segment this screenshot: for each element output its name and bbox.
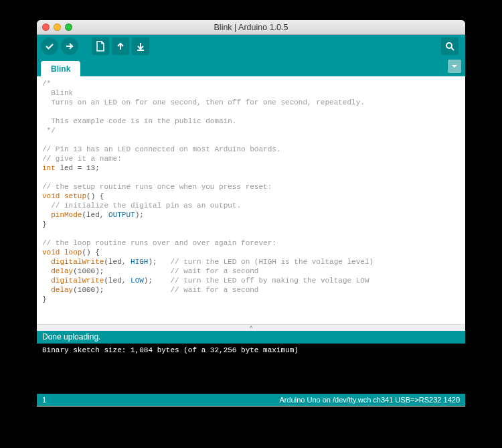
code-com: // turn the LED off by making the voltag…	[170, 277, 369, 285]
open-sketch-button[interactable]	[112, 38, 129, 55]
code-fn: delay	[51, 267, 73, 275]
code-line: Blink	[42, 89, 73, 97]
verify-button[interactable]	[41, 38, 58, 55]
check-icon	[44, 41, 55, 52]
code-text: (led,	[104, 258, 131, 266]
code-line: /*	[42, 80, 51, 88]
console-line: Binary sketch size: 1,084 bytes (of a 32…	[42, 346, 460, 354]
code-const: OUTPUT	[108, 211, 135, 219]
code-line: // the setup routine runs once when you …	[42, 183, 272, 191]
code-text: (led,	[104, 277, 131, 285]
output-console[interactable]: Binary sketch size: 1,084 bytes (of a 32…	[37, 344, 465, 394]
svg-point-0	[446, 43, 452, 48]
zoom-window-button[interactable]	[65, 23, 72, 31]
code-text	[42, 286, 51, 294]
code-kw: void	[42, 192, 60, 200]
code-text	[42, 277, 51, 285]
code-text: () {	[86, 192, 104, 200]
code-line: // give it a name:	[42, 155, 122, 163]
code-line: */	[42, 127, 56, 135]
footer-bar: 1 Arduino Uno on /dev/tty.wch ch341 USB=…	[37, 394, 465, 406]
save-sketch-button[interactable]	[132, 38, 149, 55]
code-line: }	[42, 220, 47, 228]
code-line: }	[42, 295, 47, 303]
code-line: // initialize the digital pin as an outp…	[42, 202, 241, 210]
status-bar: Done uploading.	[37, 331, 465, 344]
code-kw: void	[42, 248, 60, 256]
code-text: (1000);	[73, 267, 170, 275]
code-line	[42, 108, 47, 116]
code-const: LOW	[131, 277, 144, 285]
code-line: // the loop routine runs over and over a…	[42, 239, 276, 247]
code-fn: setup	[64, 192, 86, 200]
toolbar	[37, 35, 465, 58]
tab-bar: Blink	[37, 58, 465, 76]
code-line	[42, 136, 47, 144]
minimize-window-button[interactable]	[54, 23, 61, 31]
new-sketch-button[interactable]	[92, 38, 109, 55]
code-fn: digitalWrite	[51, 258, 104, 266]
code-fn: digitalWrite	[51, 277, 104, 285]
titlebar: Blink | Arduino 1.0.5	[37, 20, 465, 35]
code-text	[42, 267, 51, 275]
arrow-down-icon	[136, 41, 145, 52]
code-line: Turns on an LED on for one second, then …	[42, 98, 365, 106]
arduino-window: Blink | Arduino 1.0.5 Blink /* Blink Tur…	[37, 20, 465, 406]
code-text	[42, 211, 51, 219]
code-com: // turn the LED on (HIGH is the voltage …	[170, 258, 373, 266]
code-text: () {	[82, 248, 99, 256]
magnifier-icon	[444, 41, 455, 52]
window-title: Blink | Arduino 1.0.5	[37, 23, 465, 32]
code-line: This example code is in the public domai…	[42, 117, 236, 125]
code-com: // wait for a second	[170, 267, 258, 275]
code-text: (led,	[82, 211, 108, 219]
split-handle[interactable]: ^	[37, 324, 465, 331]
code-const: HIGH	[131, 258, 148, 266]
code-text	[42, 258, 51, 266]
code-editor[interactable]: /* Blink Turns on an LED on for one seco…	[37, 76, 465, 324]
code-text: );	[144, 277, 171, 285]
line-number: 1	[42, 396, 46, 404]
upload-button[interactable]	[61, 38, 78, 55]
arrow-up-icon	[116, 41, 125, 52]
code-kw: int	[42, 164, 56, 172]
status-message: Done uploading.	[42, 332, 100, 342]
code-text: (1000);	[73, 286, 170, 294]
code-text: led = 13;	[56, 164, 100, 172]
tab-menu-button[interactable]	[448, 60, 461, 73]
arrow-right-icon	[64, 41, 75, 52]
code-line: // Pin 13 has an LED connected on most A…	[42, 145, 280, 153]
code-text: );	[148, 258, 170, 266]
close-window-button[interactable]	[42, 23, 50, 31]
serial-monitor-button[interactable]	[441, 38, 458, 55]
code-fn: loop	[64, 248, 82, 256]
code-fn: pinMode	[51, 211, 82, 219]
sketch-tab[interactable]: Blink	[41, 61, 80, 76]
chevron-down-icon	[451, 63, 458, 70]
code-com: // wait for a second	[170, 286, 258, 294]
code-fn: delay	[51, 286, 73, 294]
board-port-info: Arduino Uno on /dev/tty.wch ch341 USB=>R…	[280, 396, 460, 404]
code-text: );	[135, 211, 144, 219]
file-icon	[96, 41, 105, 52]
